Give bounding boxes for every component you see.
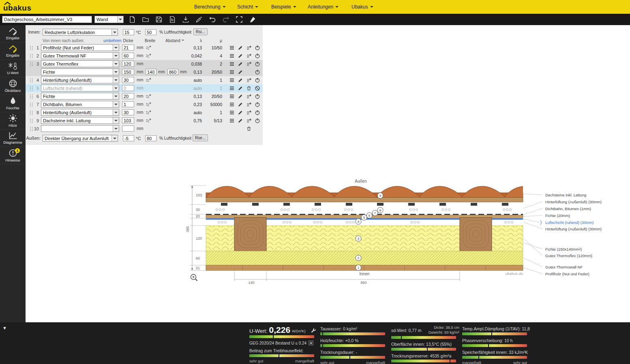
menu-schicht[interactable]: Schicht (237, 0, 258, 14)
sidebar-item-feuchte[interactable]: Feuchte (0, 95, 26, 112)
texture-icon[interactable] (146, 45, 152, 50)
material-select[interactable]: Dachsteine inkl. Lattung (41, 117, 119, 124)
power-icon[interactable] (255, 45, 261, 51)
power-icon[interactable] (255, 94, 261, 99)
menu-icon[interactable] (229, 85, 235, 91)
pencil-icon[interactable] (238, 110, 244, 115)
menu-icon[interactable] (229, 53, 235, 59)
layer-label-right[interactable]: Gutex Thermoflex (120mm) (545, 253, 592, 258)
dicke-input[interactable] (122, 45, 134, 51)
pencil-icon[interactable] (238, 102, 244, 107)
menu-berechnung[interactable]: Berechnung (194, 0, 226, 14)
dicke-input[interactable] (122, 93, 134, 99)
pencil-icon[interactable] (238, 53, 244, 59)
power-icon[interactable] (255, 77, 261, 83)
rsi-button[interactable]: Rsi... (193, 28, 208, 35)
texture-icon[interactable] (146, 110, 152, 115)
material-select[interactable] (41, 125, 119, 132)
texture-icon[interactable] (146, 53, 152, 58)
download-button[interactable] (181, 15, 190, 24)
dicke-input[interactable] (122, 85, 134, 91)
layer-label-right[interactable]: Fichte (150x140mm²) (545, 247, 582, 251)
menu-icon[interactable] (229, 61, 235, 67)
construction-type-select[interactable]: Wand (94, 16, 124, 23)
material-select[interactable]: Dichtbahn, Bitumen (41, 101, 119, 108)
add-icon[interactable] (246, 53, 252, 59)
signature-pen-button[interactable] (248, 15, 257, 24)
dicke-input[interactable] (122, 126, 134, 132)
menu-ubakus[interactable]: Ubakus (351, 0, 373, 14)
material-select[interactable]: Profilholz (Nut und Feder) (41, 44, 119, 51)
aussen-humidity-input[interactable] (145, 135, 156, 141)
collapse-results-button[interactable]: ▼ (2, 326, 7, 330)
material-select[interactable]: Gutex Thermowall NF (41, 52, 119, 59)
innen-temp-input[interactable] (123, 29, 134, 35)
add-icon[interactable] (246, 61, 252, 67)
pencil-icon[interactable] (238, 94, 244, 99)
fullscreen-button[interactable] (235, 15, 244, 24)
pencil-icon[interactable] (238, 85, 244, 91)
breite-input[interactable] (146, 69, 156, 75)
power-icon[interactable] (255, 61, 261, 67)
layer-label-right[interactable]: Gutex Thermowall NF (545, 265, 583, 269)
sidebar-item-diagramme[interactable]: Diagramme (0, 130, 26, 147)
menu-icon[interactable] (229, 110, 235, 115)
invert-link[interactable]: umkehren (103, 38, 121, 43)
dicke-input[interactable] (122, 117, 134, 123)
material-select[interactable]: Luftschicht (ruhend) (41, 85, 119, 92)
aussen-condition-select[interactable]: Direkter Übergang zur Außenluft (43, 135, 118, 142)
material-select[interactable]: Hinterlüftung (Außenluft) (41, 109, 119, 116)
power-icon[interactable] (255, 69, 261, 75)
power-icon[interactable] (255, 102, 261, 107)
texture-icon[interactable] (146, 77, 152, 83)
dicke-input[interactable] (122, 69, 134, 75)
rafter-beam[interactable] (234, 217, 266, 251)
power-icon[interactable] (255, 118, 261, 123)
material-select[interactable]: Fichte (41, 93, 119, 100)
layer-label-right[interactable]: Hinterlüftung (Außenluft) (30mm) (545, 227, 602, 231)
power-icon[interactable] (255, 53, 261, 59)
texture-icon[interactable] (146, 94, 152, 99)
add-icon[interactable] (246, 45, 252, 51)
innen-humidity-input[interactable] (145, 29, 156, 35)
add-icon[interactable] (246, 102, 252, 107)
sidebar-item-eingabe-2[interactable]: Eingabe (0, 43, 26, 60)
add-icon[interactable] (246, 77, 252, 83)
menu-icon[interactable] (229, 118, 235, 123)
dicke-input[interactable] (122, 61, 134, 67)
sidebar-item-hinweise[interactable]: 1 Hinweise (0, 147, 26, 164)
abstand-column-header[interactable]: Abstand (165, 38, 184, 43)
layer-label-right[interactable]: Dichtbahn, Bitumen (1mm) (545, 206, 591, 211)
pencil-icon[interactable] (238, 77, 244, 83)
texture-icon[interactable] (146, 102, 152, 107)
menu-anleitungen[interactable]: Anleitungen (308, 0, 339, 14)
block-icon[interactable] (255, 85, 261, 91)
layer-label-right[interactable]: Fichte (20mm) (545, 213, 570, 218)
pencil-icon[interactable] (238, 45, 244, 51)
menu-icon[interactable] (229, 77, 235, 83)
undo-button[interactable] (208, 15, 217, 24)
trash-icon[interactable] (246, 126, 252, 132)
pencil-icon[interactable] (238, 69, 244, 75)
layer-rect-profilholz[interactable] (206, 265, 523, 270)
innen-condition-select[interactable]: Reduzierte Luftzirkulation (43, 29, 118, 36)
menu-beispiele[interactable]: Beispiele (271, 0, 296, 14)
layer-label-right[interactable]: Hinterlüftung (Außenluft) (30mm) (545, 200, 602, 204)
save-button[interactable] (154, 15, 163, 24)
trash-icon[interactable] (246, 85, 252, 91)
power-icon[interactable] (255, 110, 261, 115)
open-folder-button[interactable] (141, 15, 150, 24)
rse-button[interactable]: Rse... (193, 134, 208, 141)
menu-icon[interactable] (229, 45, 235, 51)
dicke-input[interactable] (122, 101, 134, 107)
texture-icon[interactable] (146, 118, 152, 123)
wrench-icon[interactable] (311, 328, 316, 333)
add-icon[interactable] (246, 110, 252, 115)
layer-label-right[interactable]: Profilholz (Nut und Feder) (545, 272, 589, 276)
dicke-input[interactable] (122, 77, 134, 83)
magic-wand-button[interactable] (195, 15, 204, 24)
material-select[interactable]: Fichte (41, 68, 119, 75)
pencil-icon[interactable] (238, 61, 244, 67)
sidebar-item-eingabe-1[interactable]: Eingabe (0, 25, 26, 43)
add-icon[interactable] (246, 118, 252, 123)
